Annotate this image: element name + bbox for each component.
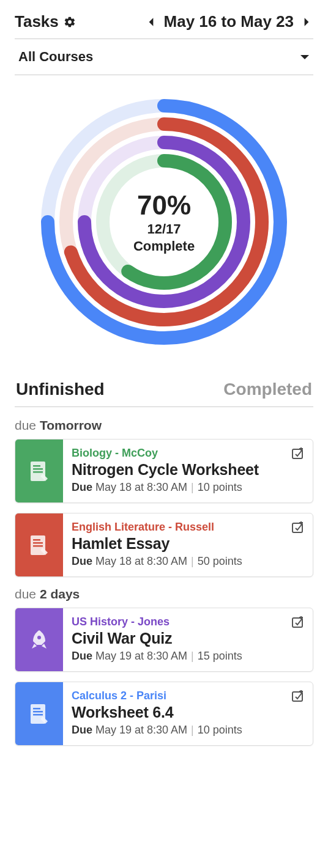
task-title: Civil War Quiz — [72, 630, 304, 647]
task-card[interactable]: Calculus 2 - Parisi Worksheet 6.4 Due Ma… — [15, 682, 313, 746]
task-title: Nitrogen Cycle Worksheet — [72, 461, 304, 479]
progress-rings-chart: 70% 12/17 Complete — [35, 94, 293, 350]
due-group-label: due 2 days — [15, 587, 313, 601]
mark-complete-button[interactable] — [291, 614, 305, 631]
task-course: Calculus 2 - Parisi — [72, 690, 304, 702]
task-course: English Literature - Russell — [72, 521, 304, 534]
task-title: Hamlet Essay — [72, 535, 304, 553]
task-type-icon — [15, 682, 63, 745]
caret-down-icon — [300, 49, 310, 65]
progress-count: 12/17 — [147, 221, 181, 237]
task-card[interactable]: US History - Jones Civil War Quiz Due Ma… — [15, 608, 313, 672]
task-type-icon — [15, 440, 63, 502]
task-card[interactable]: English Literature - Russell Hamlet Essa… — [15, 513, 313, 577]
task-tabs: Unfinished Completed — [15, 375, 313, 407]
task-type-icon — [15, 513, 63, 576]
progress-percent: 70% — [133, 190, 195, 221]
task-course: Biology - McCoy — [72, 447, 304, 460]
next-week-button[interactable] — [300, 17, 313, 28]
page-title: Tasks — [15, 12, 59, 31]
task-due-line: Due May 19 at 8:30 AM|15 points — [72, 650, 304, 663]
mark-complete-button[interactable] — [291, 446, 305, 463]
tab-completed[interactable]: Completed — [222, 375, 313, 406]
mark-complete-button[interactable] — [291, 520, 305, 537]
tab-unfinished[interactable]: Unfinished — [15, 375, 106, 406]
gear-icon[interactable] — [64, 16, 76, 28]
course-filter-label: All Courses — [18, 49, 93, 65]
task-due-line: Due May 19 at 8:30 AM|10 points — [72, 724, 304, 737]
progress-complete-label: Complete — [133, 238, 195, 253]
mark-complete-button[interactable] — [291, 688, 305, 705]
date-range-label: May 16 to May 23 — [164, 12, 294, 31]
task-title: Worksheet 6.4 — [72, 704, 304, 721]
task-due-line: Due May 18 at 8:30 AM|10 points — [72, 481, 304, 494]
due-group-label: due Tomorrow — [15, 418, 313, 433]
task-list: due Tomorrow Biology - McCoy Nitrogen Cy… — [15, 418, 313, 746]
task-type-icon — [15, 608, 63, 671]
task-card[interactable]: Biology - McCoy Nitrogen Cycle Worksheet… — [15, 439, 313, 503]
task-course: US History - Jones — [72, 616, 304, 628]
task-due-line: Due May 18 at 8:30 AM|50 points — [72, 555, 304, 568]
prev-week-button[interactable] — [144, 17, 158, 28]
course-filter-dropdown[interactable]: All Courses — [15, 39, 313, 75]
